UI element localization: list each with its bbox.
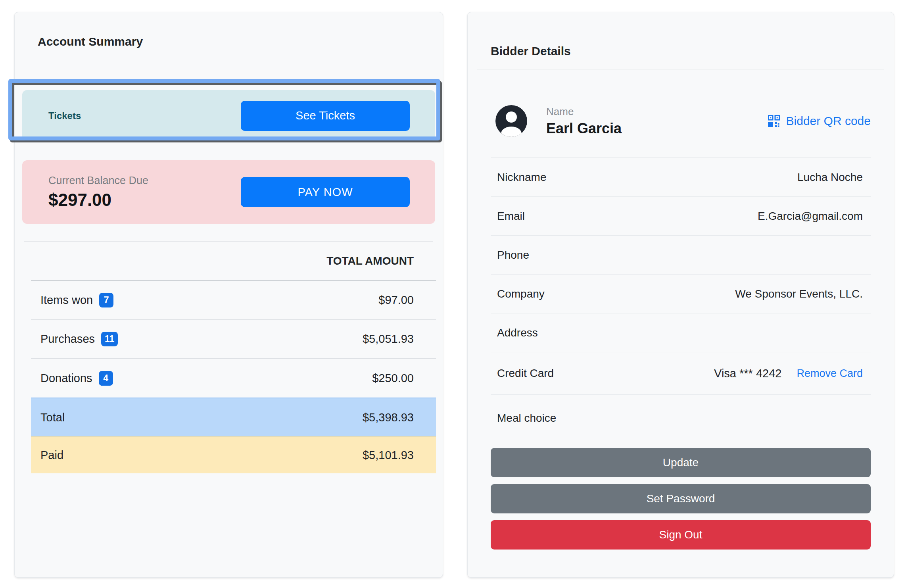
see-tickets-button[interactable]: See Tickets <box>241 101 410 131</box>
field-row-company: Company We Sponsor Events, LLC. <box>491 275 871 313</box>
field-label: Credit Card <box>497 367 554 380</box>
table-row-purchases: Purchases 11 $5,051.93 <box>31 320 436 359</box>
field-row-address: Address <box>491 313 871 352</box>
row-label: Donations <box>40 372 92 385</box>
bidder-details-card: Bidder Details Name Earl Garcia Bidder Q… <box>467 12 894 578</box>
balance-due-label: Current Balance Due <box>48 175 148 187</box>
update-button[interactable]: Update <box>491 448 871 477</box>
field-label: Phone <box>497 249 529 261</box>
qr-link-label: Bidder QR code <box>786 114 871 128</box>
row-label: Purchases <box>40 332 95 346</box>
divider <box>24 61 433 61</box>
row-amount: $250.00 <box>372 372 414 385</box>
account-summary-card: Account Summary Tickets See Tickets Curr… <box>14 12 443 578</box>
field-row-phone: Phone <box>491 236 871 275</box>
sign-out-button[interactable]: Sign Out <box>491 520 871 550</box>
purchases-count-badge: 11 <box>101 332 118 346</box>
balance-due-amount: $297.00 <box>48 190 148 210</box>
field-row-nickname: Nickname Lucha Noche <box>491 158 871 197</box>
field-label: Meal choice <box>497 412 556 425</box>
person-circle-icon <box>495 105 527 137</box>
row-amount: $97.00 <box>378 294 414 307</box>
tickets-label: Tickets <box>48 110 81 121</box>
field-row-meal-choice: Meal choice <box>491 395 871 442</box>
row-label: Total <box>40 411 65 424</box>
field-label: Email <box>497 210 525 223</box>
name-label: Name <box>546 106 622 118</box>
row-amount: $5,101.93 <box>363 449 414 462</box>
field-value: We Sponsor Events, LLC. <box>735 288 863 300</box>
donations-count-badge: 4 <box>99 371 113 386</box>
bidder-qr-code-link[interactable]: Bidder QR code <box>767 114 871 128</box>
account-totals-table: TOTAL AMOUNT Items won 7 $97.00 Purchase… <box>31 242 436 473</box>
field-label: Address <box>497 327 538 339</box>
remove-card-link[interactable]: Remove Card <box>797 367 863 380</box>
bidder-name: Earl Garcia <box>546 120 622 137</box>
table-row-items-won: Items won 7 $97.00 <box>31 281 436 320</box>
row-amount: $5,398.93 <box>363 411 414 424</box>
table-header-total-amount: TOTAL AMOUNT <box>31 242 436 281</box>
tickets-row: Tickets See Tickets <box>22 90 435 141</box>
row-label: Paid <box>40 449 63 462</box>
field-value: Lucha Noche <box>797 171 863 184</box>
pay-now-button[interactable]: PAY NOW <box>241 177 410 207</box>
field-value: E.Garcia@gmail.com <box>758 210 863 223</box>
account-summary-title: Account Summary <box>38 35 420 49</box>
bidder-details-title: Bidder Details <box>491 44 871 58</box>
table-row-paid: Paid $5,101.93 <box>31 436 436 473</box>
row-label: Items won <box>40 294 93 307</box>
bidder-fields-list: Nickname Lucha Noche Email E.Garcia@gmai… <box>491 158 871 442</box>
qr-code-icon <box>767 114 781 128</box>
table-row-total: Total $5,398.93 <box>31 398 436 436</box>
field-row-credit-card: Credit Card Visa *** 4242 Remove Card <box>491 352 871 395</box>
balance-due-row: Current Balance Due $297.00 PAY NOW <box>22 160 435 224</box>
table-row-donations: Donations 4 $250.00 <box>31 359 436 398</box>
set-password-button[interactable]: Set Password <box>491 484 871 513</box>
items-won-count-badge: 7 <box>99 293 113 307</box>
divider <box>477 69 884 69</box>
credit-card-value: Visa *** 4242 <box>714 367 781 380</box>
row-amount: $5,051.93 <box>363 332 414 346</box>
field-row-email: Email E.Garcia@gmail.com <box>491 197 871 236</box>
field-label: Company <box>497 288 545 300</box>
bidder-profile-row: Name Earl Garcia Bidder QR code <box>491 89 871 153</box>
bidder-actions: Update Set Password Sign Out <box>491 448 871 550</box>
field-label: Nickname <box>497 171 546 184</box>
